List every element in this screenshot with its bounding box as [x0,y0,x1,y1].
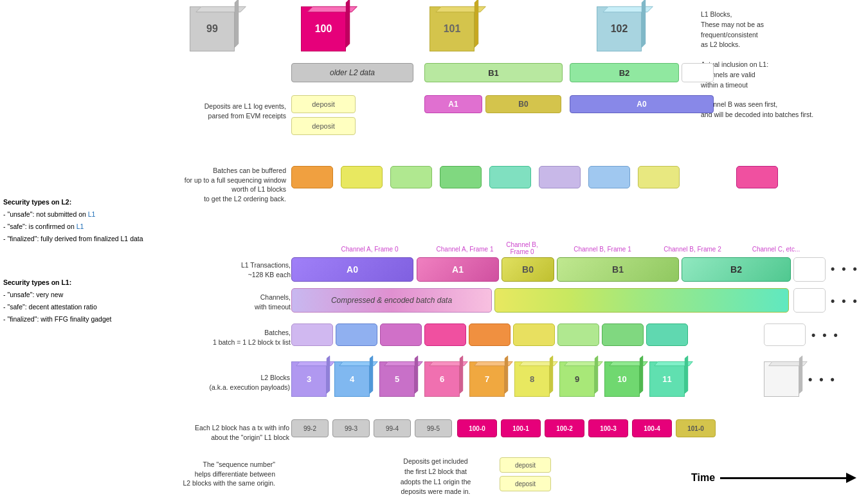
batch-buf-3 [440,166,482,188]
l2-block-10: 10 [604,361,640,397]
l1-block-99: 99 [190,6,235,51]
origin-label: Each L2 block has a tx with info about t… [180,423,289,442]
l2-block-11: 11 [649,361,685,397]
channel-empty [793,288,826,313]
channel-label-a0: Channel A, Frame 0 [328,246,411,253]
channel-label-c: Channel C, etc... [741,246,811,253]
origin-100-1: 100-1 [501,419,541,437]
l2-block-7: 7 [469,361,505,397]
l2-blocks-label: L2 Blocks (a.k.a. execution payloads) [199,373,290,392]
l1tx-dots: • • • [831,262,859,276]
channel-label-b2: Channel B, Frame 2 [651,246,734,253]
l1-block-100: 100 [301,6,346,51]
origin-101-0: 101-0 [676,419,716,437]
batch-buf-4 [489,166,531,188]
batch-buf-0 [291,166,333,188]
batch-buf-7 [638,166,680,188]
batch-4 [469,323,511,346]
batch-buf-6 [588,166,630,188]
origin-100-2: 100-2 [545,419,584,437]
b2-bar: B2 [570,63,679,82]
l1tx-a0: A0 [291,257,413,282]
channel-dots: • • • [831,295,859,308]
l1-tx-label: L1 Transactions, ~128 KB each [207,260,291,279]
origin-100-0: 100-0 [457,419,497,437]
security-l2-text: Security types on L2: - "unsafe": not su… [3,196,183,245]
origin-99-2: 99-2 [291,419,329,437]
batch-9 [764,323,806,346]
l2-block-empty [764,361,799,397]
batch-6 [557,323,599,346]
deposits-label: Deposits are L1 log events, parsed from … [167,102,286,120]
batch-buf-2 [390,166,432,188]
batch-7 [602,323,644,346]
l1tx-b1: B1 [557,257,679,282]
deposit-b0: B0 [485,95,561,113]
channel-label-b0: Channel B,Frame 0 [496,241,548,255]
origin-100-4: 100-4 [632,419,672,437]
l2-blocks-dots: • • • [808,373,836,387]
batch-buf-8 [736,166,778,188]
channel-b-bar [494,288,789,313]
l2-block-4: 4 [334,361,370,397]
channel-label-b1: Channel B, Frame 1 [561,246,644,253]
time-arrow: Time [691,472,849,484]
deposits-bottom-label: Deposits get included the first L2 block… [379,457,492,497]
batches-label: Batches, 1 batch = 1 L2 block tx list [207,328,291,347]
batch-buf-5 [539,166,581,188]
l2-block-6: 6 [424,361,460,397]
actual-inclusion-annotation: Actual inclusion on L1: channels are val… [701,60,842,90]
l2-block-9: 9 [559,361,595,397]
l2-block-3: 3 [291,361,327,397]
l1tx-b0: B0 [502,257,554,282]
batch-1 [336,323,377,346]
l2-block-5: 5 [379,361,415,397]
b2-white-box [682,63,714,82]
l1tx-a1: A1 [417,257,499,282]
deposit-bottom-2: deposit [500,476,551,491]
l1-block-102: 102 [597,6,642,51]
deposit-box-2: deposit [291,117,356,135]
channel-label-a1: Channel A, Frame 1 [423,246,507,253]
channel-b-annotation: Channel B was seen first, and will be de… [701,100,842,120]
deposit-box-1: deposit [291,95,356,113]
origin-99-3: 99-3 [332,419,370,437]
older-l2-bar: older L2 data [291,63,413,82]
origin-99-4: 99-4 [374,419,411,437]
origin-99-5: 99-5 [415,419,452,437]
b1-bar: B1 [424,63,563,82]
deposit-bottom-1: deposit [500,457,551,473]
l2-block-8: 8 [514,361,550,397]
batches-dots: • • • [811,329,840,342]
channel-compressed-bar: Compressed & encoded batch data [291,288,492,313]
batch-buf-1 [341,166,383,188]
origin-100-3: 100-3 [588,419,628,437]
l1-blocks-annotation: L1 Blocks, These may not be as frequent/… [701,10,842,50]
channels-label: Channels, with timeout [207,293,291,311]
l1tx-empty [793,257,826,282]
batch-0 [291,323,333,346]
sequence-label: The "sequence number" helps differentiat… [180,460,275,488]
deposit-a1: A1 [424,95,482,113]
diagram-container: 99 100 101 102 L1 Blocks, These may not … [0,0,868,501]
deposit-a0: A0 [570,95,714,113]
batch-3 [424,323,466,346]
l1tx-b2: B2 [682,257,791,282]
batch-5 [513,323,555,346]
batch-8 [646,323,688,346]
security-l1-text: Security types on L1: - "unsafe": very n… [3,277,183,325]
l1-block-101: 101 [429,6,475,51]
batch-2 [380,323,422,346]
